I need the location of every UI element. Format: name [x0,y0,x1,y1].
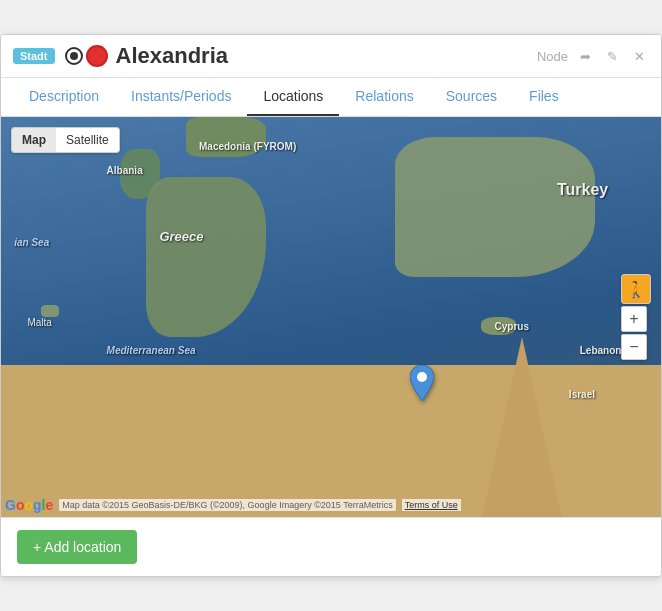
tab-instants-periods[interactable]: Instants/Periods [115,78,247,116]
svg-point-0 [417,372,427,382]
close-icon[interactable]: ✕ [630,47,649,66]
street-view-button[interactable]: 🚶 [621,274,651,304]
share-icon[interactable]: ➦ [576,47,595,66]
tab-relations[interactable]: Relations [339,78,429,116]
google-logo: Google [5,497,53,513]
land-africa [1,365,661,517]
land-cyprus [481,317,516,335]
tab-locations[interactable]: Locations [247,78,339,116]
node-label: Node [537,49,568,64]
edit-icon[interactable]: ✎ [603,47,622,66]
satellite-button[interactable]: Satellite [56,128,119,152]
tab-files[interactable]: Files [513,78,575,116]
zoom-out-button[interactable]: − [621,334,647,360]
zoom-in-button[interactable]: + [621,306,647,332]
land-turkey [395,137,595,277]
map-pin[interactable] [410,365,434,405]
map-button[interactable]: Map [12,128,56,152]
map-controls: 🚶 + − [621,274,651,360]
terms-of-use-link[interactable]: Terms of Use [402,499,461,511]
header-left: Stadt Alexandria [13,43,228,69]
tab-bar: Description Instants/Periods Locations R… [1,78,661,117]
map-attribution: Google Map data ©2015 GeoBasis-DE/BKG (©… [5,497,461,513]
tab-sources[interactable]: Sources [430,78,513,116]
tab-description[interactable]: Description [13,78,115,116]
footer: + Add location [1,517,661,576]
entity-name: Alexandria [116,43,229,69]
radio-inner [70,52,78,60]
radio-outer [65,47,83,65]
add-location-button[interactable]: + Add location [17,530,137,564]
radio-icon [65,45,108,67]
main-window: Stadt Alexandria Node ➦ ✎ ✕ Description … [0,34,662,577]
land-macedonia [186,117,266,157]
map-toggle: Map Satellite [11,127,120,153]
type-badge: Stadt [13,48,55,64]
map-container[interactable]: Macedonia (FYROM) Albania Greece Turkey … [1,117,661,517]
land-malta [41,305,59,317]
map-data-attribution: Map data ©2015 GeoBasis-DE/BKG (©2009), … [59,499,395,511]
circle-red [86,45,108,67]
entity-title: Alexandria [65,43,229,69]
header-actions: Node ➦ ✎ ✕ [537,47,649,66]
window-header: Stadt Alexandria Node ➦ ✎ ✕ [1,35,661,78]
